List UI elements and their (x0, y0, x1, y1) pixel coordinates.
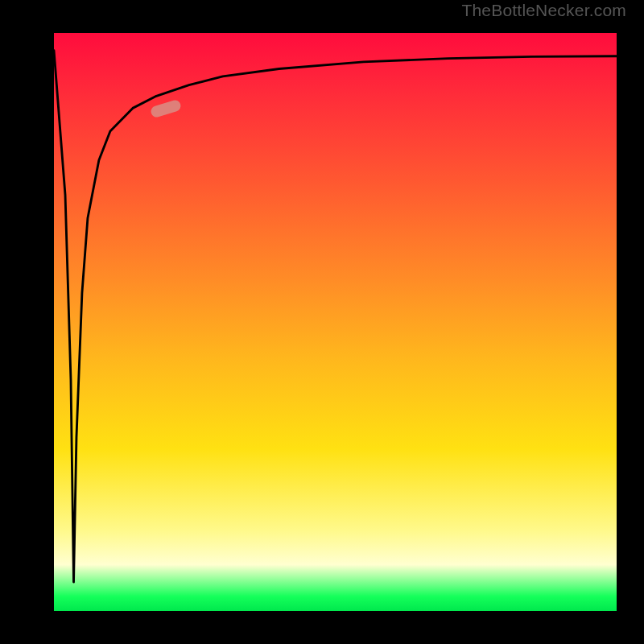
chart-frame: TheBottleNecker.com (0, 0, 644, 644)
frame-edge (0, 630, 644, 644)
chart-inner-background (14, 14, 630, 630)
plot-area (54, 33, 617, 611)
watermark-text: TheBottleNecker.com (461, 1, 626, 20)
frame-edge (0, 0, 14, 644)
frame-edge (630, 0, 644, 644)
bottleneck-curve (54, 33, 617, 611)
